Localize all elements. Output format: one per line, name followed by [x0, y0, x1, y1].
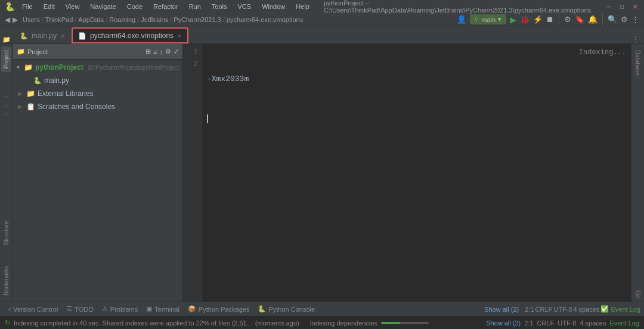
nav-forward-icon[interactable]: ▶ [13, 15, 18, 24]
minimize-button[interactable]: ─ [605, 2, 613, 11]
bookmarks-tab-label[interactable]: Bookmarks [1, 262, 11, 299]
titlebar-menu-navigate[interactable]: Navigate [86, 2, 119, 11]
project-panel-header: 📁 Project ⊞ ≡ ↕ ⚙ ⤢ [13, 44, 182, 60]
bottom-indent[interactable]: 4 spaces [580, 319, 606, 327]
branch-dropdown[interactable]: ⑂ main ▾ [470, 14, 506, 24]
git-tab-label[interactable]: Git [633, 287, 643, 302]
status-tab-python-packages[interactable]: 📦 Python Packages [184, 304, 253, 314]
titlebar-menu-run[interactable]: Run [185, 2, 205, 11]
titlebar-menu-code[interactable]: Code [123, 2, 146, 11]
tab-vmoptions-close[interactable]: ✕ [177, 33, 182, 39]
tree-item-scratches[interactable]: ▶ 📋 Scratches and Consoles [13, 100, 182, 113]
tabs-bar: 📁 🐍 main.py ✕ 📄 pycharm64.exe.vmoptions … [0, 26, 644, 44]
titlebar-menu-vcs[interactable]: VCS [234, 2, 255, 11]
code-area[interactable]: -Xmx2033m Indexing... [202, 44, 631, 302]
position-indicator: 2:1 [525, 306, 534, 313]
run-button[interactable]: ▶ [510, 15, 516, 24]
expand-arrow-pythonproject: ▼ [16, 64, 21, 70]
toolbar-run4-btn[interactable]: 🔔 [588, 15, 597, 24]
settings-button[interactable]: ⚙ [621, 15, 628, 24]
left-gutter: Project 1 2 3 Structure Bookmarks [0, 44, 13, 302]
editor-content[interactable]: 1 2 -Xmx2033m Indexing... [183, 44, 631, 302]
project-header-icon: 📁 [17, 48, 25, 55]
right-gutter: Database Git [631, 44, 644, 302]
tree-label-main-py: main.py [44, 76, 69, 85]
nav-back-icon[interactable]: ◀ [5, 15, 10, 24]
tab-options-button[interactable]: ⋮ [630, 35, 642, 44]
breadcrumb-roaming[interactable]: Roaming [109, 16, 135, 23]
version-control-icon: ⑂ [7, 306, 11, 313]
bottom-status-message: Indexing completed in 40 sec. Shared ind… [14, 319, 299, 327]
status-tab-version-control[interactable]: ⑂ Version Control [4, 305, 61, 314]
event-log-button[interactable]: ✅ Event Log [600, 305, 640, 313]
left-gutter-1[interactable]: 1 [1, 92, 11, 101]
main-area: Project 1 2 3 Structure Bookmarks 📁 Proj… [0, 44, 644, 302]
titlebar-menu-view[interactable]: View [62, 2, 83, 11]
todo-label: TODO [75, 306, 94, 313]
code-line-1: -Xmx2033m [207, 73, 626, 86]
more-options-button[interactable]: ⋮ [631, 15, 639, 24]
titlebar-menu-help[interactable]: Help [292, 2, 313, 11]
user-icon[interactable]: 👤 [457, 15, 466, 24]
run-with-coverage-button[interactable]: ⚡ [533, 15, 543, 24]
status-tab-todo[interactable]: ☰ TODO [63, 304, 97, 314]
toolbar-run2-btn[interactable]: ⚙ [564, 15, 571, 24]
structure-tab-label[interactable]: Structure [1, 218, 11, 249]
left-gutter-3[interactable]: 3 [1, 111, 11, 119]
project-gear-icon[interactable]: ⚙ [165, 48, 171, 55]
tree-item-external-libs[interactable]: ▶ 📁 External Libraries [13, 87, 182, 100]
encoding-indicator[interactable]: UTF-8 [553, 306, 572, 313]
breadcrumb-jetbrains[interactable]: JetBrains [141, 16, 168, 23]
tree-item-pythonproject[interactable]: ▼ 📁 pythonProject D:\PycharmProjects\pyt… [13, 61, 182, 74]
titlebar-menu-tools[interactable]: Tools [208, 2, 231, 11]
breadcrumb-appdata[interactable]: AppData [78, 16, 104, 23]
line-num-2: 2 [183, 58, 198, 70]
breadcrumb-users[interactable]: Users [23, 16, 40, 23]
project-tree: ▼ 📁 pythonProject D:\PycharmProjects\pyt… [13, 60, 182, 302]
titlebar-menu-file[interactable]: File [18, 2, 36, 11]
project-layout-icon[interactable]: ⊞ [145, 48, 151, 55]
breadcrumb-bar: ◀ ▶ Users / ThinkPad / AppData / Roaming… [0, 13, 644, 26]
show-all-button[interactable]: Show all (2) [484, 306, 519, 313]
bottom-event-log[interactable]: Event Log [609, 319, 639, 327]
tree-label-external-libs: External Libraries [38, 89, 93, 98]
project-sort-icon[interactable]: ↕ [160, 48, 163, 55]
search-everywhere-button[interactable]: 🔍 [608, 15, 617, 24]
line-sep-indicator[interactable]: CRLF [535, 306, 553, 313]
project-tab-label[interactable]: Project [1, 46, 11, 72]
breadcrumb-vmoptions[interactable]: pycharm64.exe.vmoptions [227, 16, 303, 23]
titlebar-menu-refactor[interactable]: Refactor [150, 2, 182, 11]
maximize-button[interactable]: □ [618, 2, 626, 11]
close-button[interactable]: ✕ [631, 2, 639, 11]
status-tab-problems[interactable]: ⚠ Problems [98, 304, 141, 314]
editor-area[interactable]: 1 2 -Xmx2033m Indexing... [183, 44, 631, 302]
left-gutter-2[interactable]: 2 [1, 102, 11, 110]
bottom-line-ending[interactable]: CRLF [537, 319, 555, 327]
indent-indicator[interactable]: 4 spaces [573, 306, 599, 313]
todo-icon: ☰ [66, 305, 72, 313]
project-expand-icon[interactable]: ⤢ [174, 48, 179, 55]
toolbar-run3-btn[interactable]: 🔖 [575, 15, 584, 24]
status-tab-python-console[interactable]: 🐍 Python Console [254, 304, 318, 314]
project-panel-icon[interactable]: 📁 [2, 36, 11, 44]
problems-label: Problems [110, 306, 138, 313]
stop-button[interactable]: ⏹ [546, 15, 554, 24]
titlebar-right: ─ □ ✕ [605, 2, 639, 11]
bottom-show-all[interactable]: Show all (2) [486, 319, 521, 327]
tree-item-main-py[interactable]: 🐍 main.py [13, 74, 182, 87]
project-folder-icon: 📁 [24, 63, 33, 72]
bottom-encoding[interactable]: UTF-8 [558, 319, 576, 327]
titlebar-menu-window[interactable]: Window [258, 2, 289, 11]
breadcrumb-thinkpad[interactable]: ThinkPad [45, 16, 73, 23]
titlebar-menu-edit[interactable]: Edit [40, 2, 58, 11]
database-tab-label[interactable]: Database [633, 46, 643, 79]
debug-button[interactable]: 🐞 [520, 15, 530, 24]
breadcrumb-right: 👤 ⑂ main ▾ ▶ 🐞 ⚡ ⏹ ⚙ 🔖 🔔 🔍 ⚙ ⋮ [457, 14, 639, 26]
indexing-progress-bar [381, 322, 429, 324]
status-tab-terminal[interactable]: ▣ Terminal [143, 304, 183, 314]
tab-main-py-close[interactable]: ✕ [60, 33, 65, 39]
project-eq-icon[interactable]: ≡ [153, 48, 157, 55]
tab-vmoptions[interactable]: 📄 pycharm64.exe.vmoptions ✕ [72, 27, 188, 44]
breadcrumb-pycharm[interactable]: PyCharm2021.3 [174, 16, 221, 23]
tab-main-py[interactable]: 🐍 main.py ✕ [13, 27, 72, 44]
